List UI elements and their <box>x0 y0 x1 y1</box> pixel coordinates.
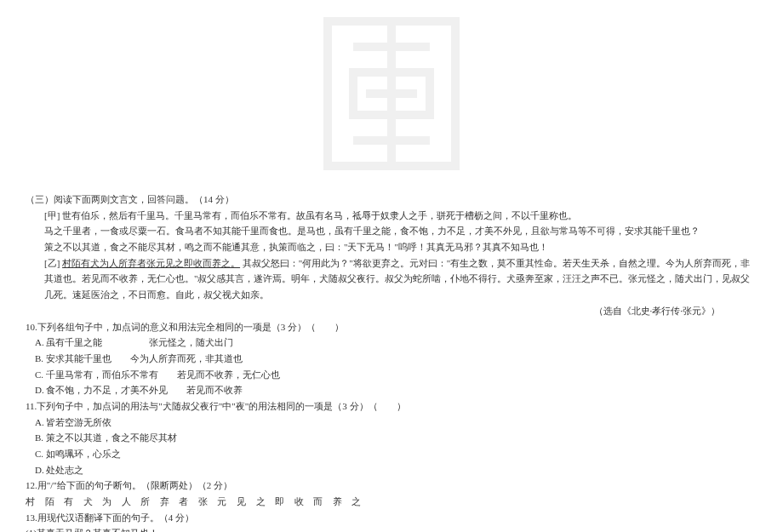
watermark-logo <box>319 13 464 176</box>
q11-option-d: D. 处处志之 <box>26 462 757 478</box>
q11-option-b: B. 策之不以其道，食之不能尽其材 <box>26 430 757 446</box>
document-body: （三）阅读下面两则文言文，回答问题。（14 分） [甲] 世有伯乐，然后有千里马… <box>26 192 757 532</box>
q11-prompt: 11.下列句子中，加点词的用法与"犬随叔父夜行"中"夜"的用法相同的一项是（3 … <box>26 398 757 415</box>
q10-c-sub: 若见而不收养，无仁心也 <box>177 369 280 380</box>
q10-option-b: B. 安求其能千里也今为人所弃而死，非其道也 <box>26 351 757 367</box>
yi-label: [乙] <box>44 258 60 268</box>
q11-option-c: C. 如鸣珮环，心乐之 <box>26 446 757 462</box>
q10-c-main: C. 千里马常有，而伯乐不常有 <box>35 369 158 380</box>
q10-option-a: A. 虽有千里之能张元怪之，随犬出门 <box>26 335 757 351</box>
q10-d-main: D. 食不饱，力不足，才美不外见 <box>35 385 168 395</box>
q12-prompt: 12.用"/"给下面的句子断句。（限断两处）（2 分） <box>26 478 757 494</box>
q10-prompt: 10.下列各组句子中，加点词的意义和用法完全相同的一项是（3 分）（ ） <box>26 319 757 335</box>
source-citation: （选自《北史·孝行传·张元》） <box>26 303 757 319</box>
svg-rect-0 <box>328 21 455 166</box>
jia-p1: 世有伯乐，然后有千里马。千里马常有，而伯乐不常有。故虽有名马，祗辱于奴隶人之手，… <box>62 210 577 220</box>
yi-underlined: 村陌有犬为人所弃者张元见之即收而养之。 <box>62 258 240 268</box>
q11-option-a: A. 皆若空游无所依 <box>26 415 757 431</box>
q10-d-sub: 若见而不收养 <box>186 385 243 395</box>
q10-option-c: C. 千里马常有，而伯乐不常有若见而不收养，无仁心也 <box>26 367 757 383</box>
q10-a-main: A. 虽有千里之能 <box>35 337 102 347</box>
q10-b-main: B. 安求其能千里也 <box>35 353 111 363</box>
q13-prompt: 13.用现代汉语翻译下面的句子。（4 分） <box>26 510 757 526</box>
passage-jia-line3: 策之不以其道，食之不能尽其材，鸣之而不能通其意，执策而临之，曰："天下无马！"呜… <box>26 239 757 255</box>
q12-sentence: 村 陌 有 犬 为 人 所 弃 者 张 元 见 之 即 收 而 养 之 <box>26 494 757 510</box>
passage-yi-line1: [乙] 村陌有犬为人所弃者张元见之即收而养之。 其叔父怒曰："何用此为？"将欲更… <box>26 255 757 303</box>
jia-label: [甲] <box>44 210 60 220</box>
q10-b-sub: 今为人所弃而死，非其道也 <box>130 353 243 363</box>
section-header: （三）阅读下面两则文言文，回答问题。（14 分） <box>26 192 757 208</box>
q10-option-d: D. 食不饱，力不足，才美不外见若见而不收养 <box>26 382 757 398</box>
q10-a-sub: 张元怪之，随犬出门 <box>149 337 233 347</box>
q13-sub1: (1)其真无马邪？其真不知马也！ <box>26 525 757 532</box>
passage-jia-line2: 马之千里者，一食或尽粟一石。食马者不知其能千里而食也。是马也，虽有千里之能，食不… <box>26 223 757 239</box>
passage-jia-line1: [甲] 世有伯乐，然后有千里马。千里马常有，而伯乐不常有。故虽有名马，祗辱于奴隶… <box>26 208 757 224</box>
